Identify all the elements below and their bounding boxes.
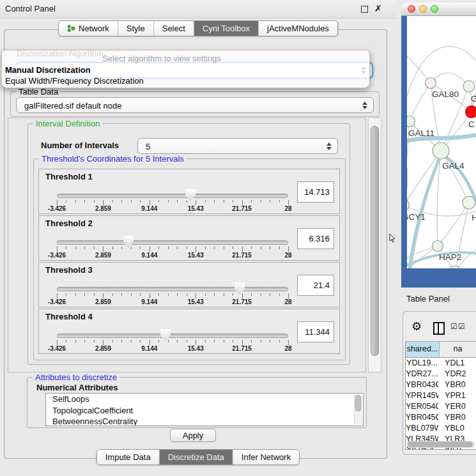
close-traffic-light-icon[interactable] <box>408 5 415 13</box>
table-row[interactable]: YDL19...YDL1 <box>406 358 476 369</box>
minimize-traffic-light-icon[interactable] <box>419 5 427 13</box>
scrollbar-thumb[interactable] <box>355 395 361 411</box>
network-node-h[interactable] <box>463 196 475 209</box>
tick-mark <box>150 340 150 345</box>
network-canvas[interactable]: GAL80GACGAL11GAL4GCY1HHAP2 <box>407 16 476 268</box>
table-row[interactable]: YBR043CYBR0 <box>406 380 476 390</box>
cell-name: YBL0 <box>438 423 476 434</box>
threshold-value-box[interactable]: 21.4 <box>297 275 334 296</box>
gear-icon[interactable]: ⚙ <box>411 321 422 332</box>
table-row[interactable]: YBL079WYBL0 <box>406 423 476 434</box>
table-body[interactable]: YDL19...YDL1YDR27...YDR2YBR043CYBR0YPR14… <box>406 358 476 450</box>
slider-thumb[interactable] <box>123 236 134 248</box>
network-node-gal80[interactable] <box>426 78 436 89</box>
tick-mark <box>94 200 95 203</box>
tab-discretize-data[interactable]: Discretize Data <box>159 450 233 464</box>
column-layout-icon[interactable] <box>433 322 445 335</box>
attribute-list-item[interactable]: BetweennessCentrality <box>46 416 363 426</box>
tab-jactivemnodules[interactable]: jActiveMNodules <box>258 21 337 36</box>
algorithm-dropdown-popup: Select algorithm to view settings Manual… <box>1 50 370 88</box>
tick-mark <box>150 293 150 298</box>
tick-mark <box>57 200 58 205</box>
tick-mark <box>140 247 141 249</box>
threshold-label: Threshold 3 <box>45 265 93 275</box>
threshold-value-box[interactable]: 14.713 <box>297 181 334 203</box>
node-attribute-table[interactable]: shared... na YDL19...YDL1YDR27...YDR2YBR… <box>405 341 476 450</box>
tick-mark <box>131 293 132 296</box>
slider-thumb[interactable] <box>160 329 171 341</box>
tick-mark <box>131 247 132 249</box>
network-node-gal4[interactable] <box>433 142 449 159</box>
network-node-hap2[interactable] <box>433 241 443 252</box>
network-window-titlebar[interactable] <box>401 3 476 16</box>
slider-track[interactable] <box>57 240 288 245</box>
tick-mark <box>158 340 159 342</box>
attribute-list-item[interactable]: SelfLoops <box>46 394 363 405</box>
slider-track[interactable] <box>57 287 288 291</box>
tab-style[interactable]: Style <box>118 21 153 36</box>
scrollbar-thumb[interactable] <box>408 441 473 447</box>
threshold-label: Threshold 4 <box>45 312 93 321</box>
zoom-traffic-light-icon[interactable] <box>431 5 438 13</box>
slider-track[interactable] <box>57 334 288 338</box>
table-row[interactable]: YPR145WYPR1 <box>406 390 476 401</box>
numerical-attributes-list[interactable]: SelfLoopsTopologicalCoefficientBetweenne… <box>45 393 364 426</box>
tick-mark <box>205 247 206 249</box>
tick-mark <box>251 200 252 203</box>
number-of-intervals-combobox[interactable]: 5 <box>137 138 338 154</box>
attributes-list-scrollbar[interactable] <box>354 394 362 425</box>
network-node-c[interactable] <box>466 106 476 118</box>
network-node-gcy1[interactable] <box>407 200 410 211</box>
network-node-gal11[interactable] <box>407 116 415 127</box>
scrollbar-thumb[interactable] <box>371 126 379 356</box>
algorithm-option-equal-width[interactable]: Equal Width/Frequency Discretization <box>5 76 144 86</box>
tick-label: -3.426 <box>38 298 76 305</box>
tick-mark <box>288 340 289 345</box>
float-window-icon[interactable] <box>361 6 368 13</box>
interval-definition-group-title: Interval Definition <box>33 119 102 128</box>
algorithm-option-manual[interactable]: Manual Discretization <box>5 65 91 75</box>
network-node-label: GAL80 <box>432 89 459 99</box>
tick-mark <box>251 247 252 249</box>
tick-mark <box>177 293 178 296</box>
tick-mark <box>103 340 104 345</box>
tab-impute-data[interactable]: Impute Data <box>97 450 159 464</box>
tick-mark <box>196 200 196 205</box>
tick-mark <box>261 340 261 342</box>
tab-infer-network[interactable]: Infer Network <box>233 450 299 464</box>
cell-shared-name: YER054C <box>406 401 438 412</box>
tick-mark <box>168 200 169 203</box>
network-edge[interactable] <box>410 83 431 121</box>
tick-mark <box>75 293 76 296</box>
table-row[interactable]: YER054CYER0 <box>406 401 476 412</box>
threshold-value-box[interactable]: 6.316 <box>297 228 334 249</box>
tick-mark <box>57 340 58 345</box>
table-header-name[interactable]: na <box>440 342 476 357</box>
attribute-list-item[interactable]: TopologicalCoefficient <box>46 405 363 417</box>
tick-mark <box>233 340 233 342</box>
tab-network[interactable]: Network <box>59 21 118 36</box>
tick-mark <box>131 340 132 342</box>
table-data-combobox[interactable]: galFiltered.sif default node <box>16 97 374 113</box>
table-horizontal-scrollbar[interactable] <box>407 441 475 448</box>
table-header-shared[interactable]: shared... <box>406 342 440 357</box>
table-row[interactable]: YDR27...YDR2 <box>406 369 476 380</box>
tab-select[interactable]: Select <box>153 21 194 36</box>
table-row[interactable]: YBR045CYBR0 <box>406 412 476 423</box>
settings-scrollbar[interactable] <box>368 118 381 372</box>
tick-mark <box>224 247 224 249</box>
threshold-value-box[interactable]: 11.344 <box>297 321 334 342</box>
network-node-ga[interactable] <box>463 81 475 92</box>
tick-mark <box>75 200 76 203</box>
close-icon[interactable]: ✗ <box>374 3 382 13</box>
checked-checkboxes-icon[interactable]: ☑☑ <box>450 322 466 331</box>
cell-name: YPR1 <box>438 390 476 401</box>
tab-cyni-toolbox[interactable]: Cyni Toolbox <box>194 21 258 36</box>
slider-thumb[interactable] <box>234 282 245 295</box>
tick-label: 28 <box>269 205 307 212</box>
slider-track[interactable] <box>57 194 288 198</box>
tick-mark <box>94 247 95 249</box>
tick-label: 21.715 <box>223 298 261 305</box>
control-panel-titlebar: Control Panel ✗ <box>0 0 396 19</box>
apply-button[interactable]: Apply <box>170 429 216 442</box>
